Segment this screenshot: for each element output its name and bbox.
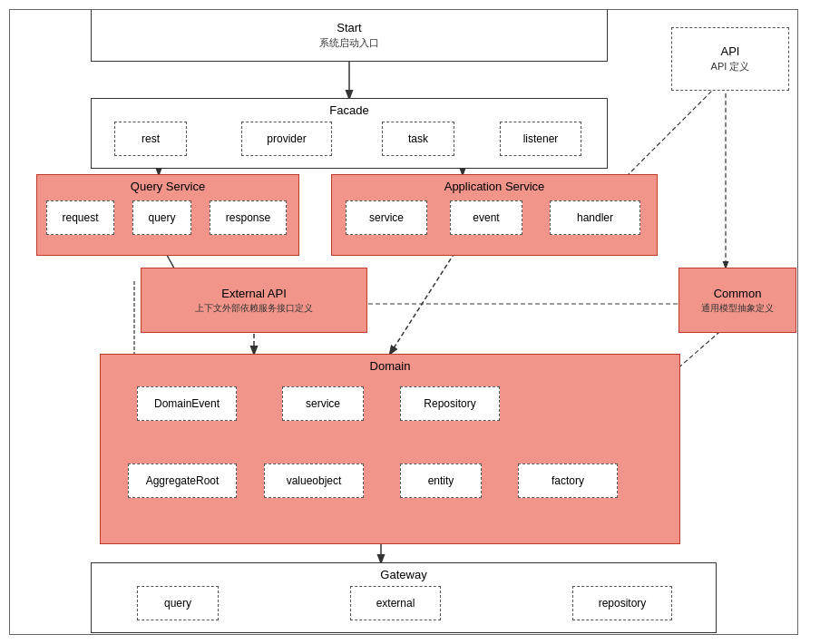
request-box: request — [46, 200, 114, 235]
facade-box: Facade rest provider task listener — [91, 98, 608, 169]
query-gw-label: query — [164, 597, 191, 610]
rest-label: rest — [142, 132, 160, 145]
domain-label: Domain — [370, 359, 411, 373]
response-label: response — [226, 211, 270, 224]
task-label: task — [408, 132, 428, 145]
api-label: API — [711, 44, 750, 58]
listener-box: listener — [500, 122, 581, 156]
application-service-label: Application Service — [444, 180, 545, 193]
common-sublabel: 通用模型抽象定义 — [701, 302, 774, 315]
listener-label: listener — [523, 132, 559, 145]
provider-box: provider — [241, 122, 332, 156]
application-service-box: Application Service service event handle… — [331, 174, 658, 256]
diagram: Start 系统启动入口 API API 定义 Facade rest prov… — [0, 0, 820, 644]
gateway-box: Gateway query external repository — [91, 562, 717, 633]
handler-box: handler — [550, 200, 640, 235]
domain-box: Domain DomainEvent service Repository Ag… — [100, 354, 680, 544]
valueobject-label: valueobject — [287, 474, 342, 487]
valueobject-box: valueobject — [264, 463, 364, 498]
query-qs-box: query — [132, 200, 191, 235]
gateway-label: Gateway — [380, 568, 426, 581]
repository-gw-label: repository — [599, 597, 647, 610]
api-box: API API 定义 — [671, 27, 789, 91]
aggregate-root-box: AggregateRoot — [128, 463, 237, 498]
event-box: event — [450, 200, 522, 235]
repository-box: Repository — [400, 386, 500, 421]
response-box: response — [210, 200, 287, 235]
handler-label: handler — [577, 211, 613, 224]
query-service-box: Query Service request query response — [36, 174, 299, 256]
entity-box: entity — [400, 463, 482, 498]
repository-gw-box: repository — [572, 586, 672, 620]
provider-label: provider — [267, 132, 306, 145]
domain-event-label: DomainEvent — [154, 397, 220, 410]
external-label: external — [376, 597, 415, 610]
external-api-box: External API 上下文外部依赖服务接口定义 — [141, 268, 367, 333]
start-box: Start 系统启动入口 — [91, 9, 608, 62]
common-label: Common — [701, 287, 774, 300]
query-qs-label: query — [148, 211, 175, 224]
svg-line-8 — [390, 240, 463, 354]
aggregate-root-label: AggregateRoot — [146, 474, 220, 487]
repository-label: Repository — [424, 397, 475, 410]
service-as-box: service — [346, 200, 427, 235]
start-sublabel: 系统启动入口 — [319, 36, 379, 50]
common-box: Common 通用模型抽象定义 — [678, 268, 796, 333]
request-label: request — [62, 211, 98, 224]
factory-label: factory — [552, 474, 584, 487]
external-api-label: External API — [195, 287, 313, 300]
task-box: task — [382, 122, 454, 156]
service-d-box: service — [282, 386, 364, 421]
domain-event-box: DomainEvent — [137, 386, 237, 421]
query-gw-box: query — [137, 586, 219, 620]
service-as-label: service — [369, 211, 404, 224]
factory-box: factory — [518, 463, 618, 498]
event-label: event — [473, 211, 499, 224]
external-api-sublabel: 上下文外部依赖服务接口定义 — [195, 302, 313, 315]
query-service-label: Query Service — [131, 180, 205, 193]
rest-box: rest — [114, 122, 187, 156]
api-sublabel: API 定义 — [711, 60, 750, 73]
facade-label: Facade — [329, 103, 368, 117]
external-box: external — [350, 586, 441, 620]
start-label: Start — [319, 21, 379, 34]
entity-label: entity — [428, 474, 454, 487]
service-d-label: service — [306, 397, 340, 410]
